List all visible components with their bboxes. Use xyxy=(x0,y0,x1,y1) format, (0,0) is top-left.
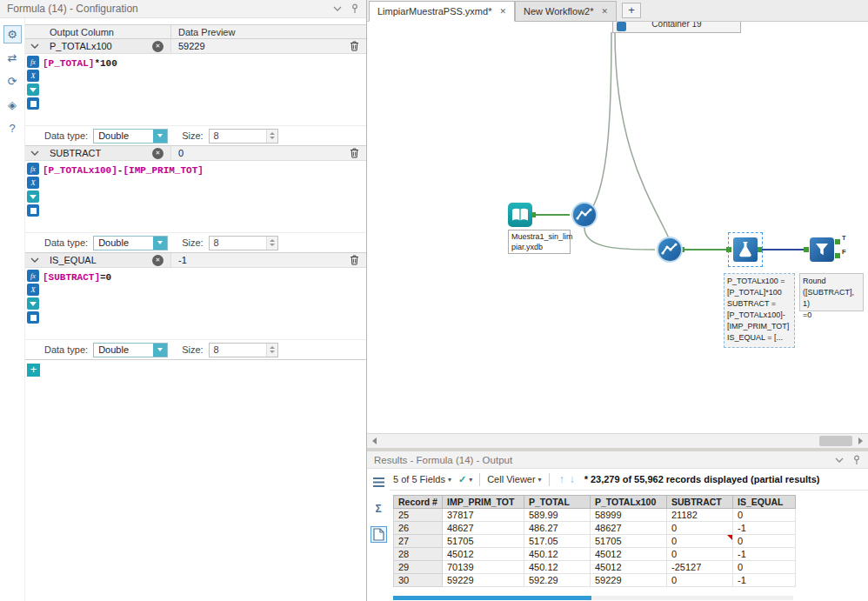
tag-icon[interactable]: ◈ xyxy=(3,96,22,114)
filter-functions-icon[interactable] xyxy=(27,83,39,96)
pin-icon[interactable] xyxy=(852,455,861,465)
filter-tool[interactable] xyxy=(810,237,834,262)
column-header[interactable]: IS_EQUAL xyxy=(733,496,796,509)
column-header[interactable]: IMP_PRIM_TOT xyxy=(443,496,524,509)
close-tab-icon[interactable]: ✕ xyxy=(601,7,608,16)
results-horizontal-scrollbar[interactable] xyxy=(393,596,793,600)
data-cell[interactable]: 59229 xyxy=(443,574,524,587)
chevron-down-icon[interactable] xyxy=(835,457,844,463)
clear-column-icon[interactable]: ✕ xyxy=(152,148,164,159)
expression-text[interactable]: [P_TOTALx100]-[IMP_PRIM_TOT] xyxy=(41,161,205,232)
data-cell[interactable]: 0 xyxy=(667,522,733,535)
scroll-right-icon[interactable] xyxy=(853,434,868,448)
data-cell[interactable]: 45012 xyxy=(591,561,667,574)
table-row[interactable]: 2648627486.27486270-1 xyxy=(394,522,796,535)
size-input[interactable]: 8 xyxy=(209,236,278,250)
new-tab-button[interactable]: + xyxy=(622,3,641,18)
data-view-icon[interactable] xyxy=(371,526,387,543)
data-cell[interactable]: -25127 xyxy=(667,561,733,574)
cell-viewer-dropdown[interactable]: Cell Viewer xyxy=(487,474,535,484)
data-cell[interactable]: 0 xyxy=(667,574,733,587)
data-cell[interactable]: 51705 xyxy=(443,535,524,548)
scroll-left-icon[interactable] xyxy=(367,434,382,448)
data-cell[interactable]: 59229 xyxy=(591,574,667,587)
formula-tool-annotation[interactable]: P_TOTALx100 = [P_TOTAL]*100 SUBTRACT = [… xyxy=(724,273,795,348)
save-expression-icon[interactable] xyxy=(27,204,39,217)
output-column-name[interactable]: SUBTRACT xyxy=(50,148,152,158)
output-column-name[interactable]: IS_EQUAL xyxy=(50,255,152,265)
scrollbar-thumb[interactable] xyxy=(393,596,591,600)
record-number-cell[interactable]: 27 xyxy=(394,535,443,548)
formula-header-row[interactable]: SUBTRACT ✕ 0 xyxy=(25,146,366,161)
record-number-cell[interactable]: 28 xyxy=(394,548,443,561)
data-cell[interactable]: 0 xyxy=(733,535,796,548)
help-icon[interactable]: ? xyxy=(3,119,22,137)
container-icon[interactable] xyxy=(617,22,626,31)
data-cell[interactable]: -1 xyxy=(733,548,796,561)
input-tool-label[interactable]: Muestra1_sin_lim piar.yxdb xyxy=(508,230,571,254)
apply-check-icon[interactable]: ✓ xyxy=(458,474,466,485)
save-expression-icon[interactable] xyxy=(27,97,39,110)
expression-editor[interactable]: fx X [P_TOTAL]*100 xyxy=(25,54,366,126)
expression-text[interactable]: [P_TOTAL]*100 xyxy=(41,54,119,125)
record-number-cell[interactable]: 29 xyxy=(394,561,443,574)
data-cell[interactable]: 48627 xyxy=(443,522,524,535)
column-header[interactable]: SUBTRACT xyxy=(667,496,733,509)
workflow-canvas[interactable]: Container 19 Muestra1_sin_lim piar.yxdb xyxy=(367,22,868,433)
functions-icon[interactable]: fx xyxy=(27,163,39,175)
collapse-chevron-icon[interactable] xyxy=(30,150,39,156)
output-column-name[interactable]: P_TOTALx100 xyxy=(50,41,152,51)
delete-formula-icon[interactable] xyxy=(350,148,359,158)
filter-tool-annotation[interactable]: Round ([SUBTRACT], 1) =0 xyxy=(799,273,864,311)
column-header[interactable]: P_TOTALx100 xyxy=(591,496,667,509)
input-data-tool[interactable] xyxy=(508,203,532,227)
chevron-down-icon[interactable]: ▾ xyxy=(448,476,451,484)
column-header[interactable]: P_TOTAL xyxy=(524,496,591,509)
join-tool[interactable] xyxy=(657,237,683,263)
data-cell[interactable]: 450.12 xyxy=(524,561,591,574)
table-row[interactable]: 2845012450.12450120-1 xyxy=(394,548,796,561)
data-type-dropdown[interactable]: Double xyxy=(93,129,168,144)
collapse-chevron-icon[interactable] xyxy=(30,43,39,49)
delete-formula-icon[interactable] xyxy=(350,255,359,265)
dropdown-arrow-icon[interactable] xyxy=(153,344,167,357)
fields-dropdown[interactable]: 5 of 5 Fields xyxy=(393,474,445,484)
data-type-dropdown[interactable]: Double xyxy=(93,343,168,357)
functions-icon[interactable]: fx xyxy=(27,56,39,68)
navigation-arrows-icon[interactable]: ⇄ xyxy=(3,49,22,67)
spinner-icon[interactable] xyxy=(266,130,277,143)
table-row[interactable]: 2537817589.9958999211820 xyxy=(394,509,796,522)
clear-column-icon[interactable]: ✕ xyxy=(152,41,164,52)
dropdown-arrow-icon[interactable] xyxy=(153,237,167,250)
data-cell[interactable]: -1 xyxy=(733,522,796,535)
variables-icon[interactable]: X xyxy=(27,284,39,296)
table-row[interactable]: 2751705517.055170500 xyxy=(394,535,796,548)
data-cell[interactable]: 0 xyxy=(667,535,733,548)
filter-functions-icon[interactable] xyxy=(27,190,39,203)
chevron-down-icon[interactable]: ▾ xyxy=(469,476,472,484)
column-header[interactable]: Record # xyxy=(394,496,443,509)
scroll-down-icon[interactable]: ↓ xyxy=(570,473,575,485)
table-row[interactable]: 2970139450.1245012-251270 xyxy=(394,561,796,574)
expression-text[interactable]: [SUBTRACT]=0 xyxy=(41,268,113,339)
workflow-tab[interactable]: New Workflow2* ✕ xyxy=(515,1,617,22)
data-cell[interactable]: 21182 xyxy=(667,509,733,522)
data-type-dropdown[interactable]: Double xyxy=(93,236,168,250)
data-cell[interactable]: 517.05 xyxy=(524,535,591,548)
formula-header-row[interactable]: P_TOTALx100 ✕ 59229 xyxy=(25,39,366,54)
formula-header-row[interactable]: IS_EQUAL ✕ -1 xyxy=(25,253,366,268)
size-input[interactable]: 8 xyxy=(209,343,278,357)
data-cell[interactable]: 450.12 xyxy=(524,548,591,561)
data-cell[interactable]: 0 xyxy=(733,561,796,574)
functions-icon[interactable]: fx xyxy=(27,270,39,282)
close-tab-icon[interactable]: ✕ xyxy=(499,7,506,16)
record-number-cell[interactable]: 30 xyxy=(394,574,443,587)
save-expression-icon[interactable] xyxy=(27,311,39,324)
data-cell[interactable]: -1 xyxy=(733,574,796,587)
collapse-chevron-icon[interactable] xyxy=(30,257,39,263)
clear-column-icon[interactable]: ✕ xyxy=(152,255,164,266)
record-number-cell[interactable]: 25 xyxy=(394,509,443,522)
data-cell[interactable]: 45012 xyxy=(443,548,524,561)
filter-functions-icon[interactable] xyxy=(27,297,39,310)
canvas-horizontal-scrollbar[interactable] xyxy=(367,433,868,448)
